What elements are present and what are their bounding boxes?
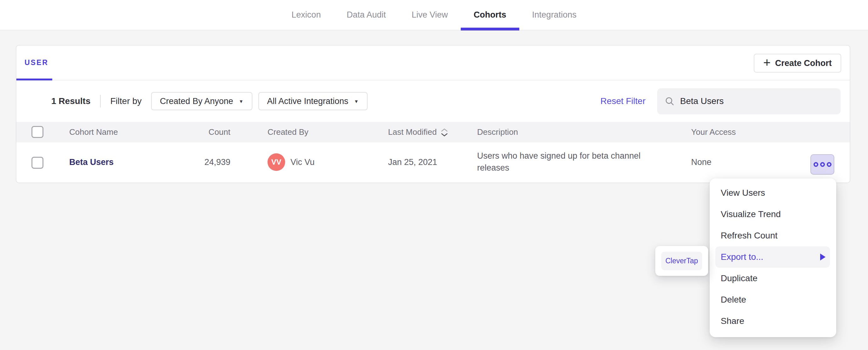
menu-item-label: Export to...	[721, 252, 763, 262]
menu-item-label: Delete	[721, 295, 746, 305]
column-cohort-name: Cohort Name	[69, 122, 118, 142]
column-created-by: Created By	[268, 122, 308, 142]
created-by-name: Vic Vu	[290, 158, 315, 167]
nav-tab-label: Lexicon	[291, 10, 321, 20]
nav-tab-cohorts[interactable]: Cohorts	[461, 0, 519, 30]
cohort-name-link[interactable]: Beta Users	[69, 142, 114, 182]
last-modified-cell: Jan 25, 2021	[388, 142, 437, 182]
submenu-item-label: CleverTap	[665, 257, 698, 265]
ellipsis-icon	[813, 162, 832, 167]
table-header: Cohort Name Count Created By Last Modifi…	[17, 122, 850, 142]
nav-tab-lexicon[interactable]: Lexicon	[279, 0, 334, 30]
cohorts-panel: USER + Create Cohort 1 Results Filter by…	[16, 45, 850, 183]
menu-item-label: Duplicate	[721, 273, 757, 283]
column-last-modified[interactable]: Last Modified	[388, 122, 448, 142]
column-description: Description	[477, 122, 518, 142]
cohorts-page: Lexicon Data Audit Live View Cohorts Int…	[0, 0, 868, 350]
created-by-dropdown-value: Created By Anyone	[160, 97, 233, 106]
panel-tab-bar: USER + Create Cohort	[17, 45, 850, 80]
row-actions-menu: View Users Visualize Trend Refresh Count…	[710, 178, 836, 337]
menu-item-visualize-trend[interactable]: Visualize Trend	[710, 204, 836, 225]
column-your-access: Your Access	[691, 122, 736, 142]
avatar: VV	[268, 153, 285, 171]
menu-item-label: Visualize Trend	[721, 209, 781, 219]
created-by-dropdown[interactable]: Created By Anyone ▼	[151, 92, 252, 110]
filter-bar-right: Reset Filter	[600, 80, 841, 122]
your-access-cell: None	[691, 142, 712, 182]
submenu-arrow-icon	[820, 253, 826, 260]
submenu-item-clevertap[interactable]: CleverTap	[661, 252, 702, 270]
row-actions-button[interactable]	[810, 154, 834, 175]
filter-bar: 1 Results Filter by Created By Anyone ▼ …	[17, 80, 850, 122]
top-navigation: Lexicon Data Audit Live View Cohorts Int…	[0, 0, 868, 31]
reset-filter-link[interactable]: Reset Filter	[600, 96, 646, 106]
menu-item-label: View Users	[721, 188, 765, 198]
sort-icon	[441, 128, 448, 137]
menu-item-delete[interactable]: Delete	[710, 289, 836, 310]
nav-tab-label: Integrations	[532, 10, 577, 20]
table-row: Beta Users 24,939 VV Vic Vu Jan 25, 2021…	[17, 142, 850, 182]
create-cohort-label: Create Cohort	[775, 59, 832, 68]
active-tab-underline	[461, 28, 519, 31]
nav-tab-label: Data Audit	[346, 10, 386, 20]
nav-tab-data-audit[interactable]: Data Audit	[334, 0, 399, 30]
caret-down-icon: ▼	[354, 99, 359, 104]
description-text: Users who have signed up for beta channe…	[477, 150, 672, 174]
nav-tab-label: Cohorts	[474, 10, 506, 20]
search-icon	[665, 96, 675, 106]
menu-item-share[interactable]: Share	[710, 310, 836, 332]
menu-item-label: Share	[721, 316, 744, 326]
select-all-checkbox[interactable]	[31, 126, 43, 138]
nav-tabs: Lexicon Data Audit Live View Cohorts Int…	[279, 0, 589, 30]
row-checkbox[interactable]	[31, 157, 43, 169]
search-box[interactable]	[657, 88, 841, 114]
menu-item-duplicate[interactable]: Duplicate	[710, 268, 836, 289]
divider	[100, 95, 101, 107]
column-count: Count	[180, 122, 230, 142]
menu-item-label: Refresh Count	[721, 231, 778, 241]
nav-tab-live-view[interactable]: Live View	[399, 0, 461, 30]
nav-tab-integrations[interactable]: Integrations	[519, 0, 589, 30]
search-input[interactable]	[680, 96, 833, 106]
integrations-dropdown-value: All Active Integrations	[267, 97, 348, 106]
tab-user[interactable]: USER	[17, 45, 52, 80]
created-by-cell: VV Vic Vu	[268, 142, 315, 182]
menu-item-view-users[interactable]: View Users	[710, 182, 836, 204]
menu-item-export-to[interactable]: Export to...	[715, 246, 830, 268]
export-submenu: CleverTap	[655, 246, 708, 276]
filter-by-label: Filter by	[111, 96, 142, 106]
nav-tab-label: Live View	[412, 10, 448, 20]
cohort-count: 24,939	[180, 142, 230, 182]
integrations-dropdown[interactable]: All Active Integrations ▼	[258, 92, 368, 110]
plus-icon: +	[763, 56, 770, 69]
tab-user-label: USER	[25, 59, 49, 67]
create-cohort-button[interactable]: + Create Cohort	[754, 54, 841, 73]
caret-down-icon: ▼	[239, 99, 244, 104]
menu-item-refresh-count[interactable]: Refresh Count	[710, 225, 836, 246]
description-cell: Users who have signed up for beta channe…	[477, 142, 672, 182]
results-count: 1 Results	[51, 96, 91, 106]
column-last-modified-label: Last Modified	[388, 127, 437, 137]
